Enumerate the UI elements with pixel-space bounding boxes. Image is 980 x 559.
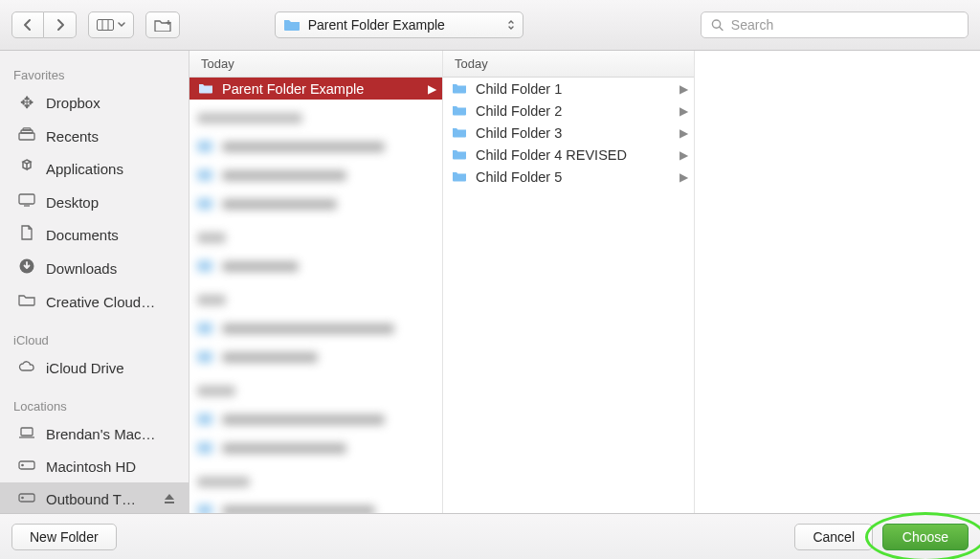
path-popup[interactable]: Parent Folder Example	[275, 11, 523, 38]
folder-icon	[451, 80, 468, 97]
folder-row[interactable]: Child Folder 1▶	[443, 78, 694, 100]
folder-label: Child Folder 4 REVISED	[476, 147, 672, 163]
path-stepper-icon	[507, 19, 515, 31]
column-1-header: Today	[189, 51, 442, 78]
folder-row[interactable]: Child Folder 4 REVISED▶	[443, 144, 694, 166]
sidebar-section-locations: Locations	[0, 390, 189, 417]
toolbar: Parent Folder Example	[0, 0, 980, 51]
chevron-left-icon	[23, 18, 33, 32]
sidebar-item-icloud-drive[interactable]: iCloud Drive	[0, 351, 189, 384]
chevron-down-icon	[118, 22, 125, 28]
svg-point-18	[22, 497, 23, 498]
path-label: Parent Folder Example	[308, 17, 445, 33]
sidebar-item-downloads[interactable]: Downloads	[0, 252, 189, 285]
sidebar-item-documents[interactable]: Documents	[0, 218, 189, 252]
sidebar-item-label: Desktop	[46, 194, 99, 211]
sidebar-item-recents[interactable]: Recents	[0, 120, 189, 152]
back-button[interactable]	[11, 11, 44, 38]
eject-icon[interactable]	[164, 491, 175, 507]
sidebar-item-label: iCloud Drive	[46, 360, 124, 376]
cancel-button[interactable]: Cancel	[794, 524, 873, 550]
svg-line-6	[720, 27, 723, 30]
svg-point-16	[22, 464, 23, 465]
search-field[interactable]	[701, 11, 969, 38]
sidebar-item-brendans-mac[interactable]: Brendan's Mac…	[0, 417, 189, 450]
folder-label: Child Folder 2	[476, 103, 672, 119]
folder-row[interactable]: Child Folder 3▶	[443, 122, 694, 144]
sidebar-item-creative-cloud[interactable]: Creative Cloud…	[0, 285, 189, 318]
svg-rect-19	[165, 502, 174, 503]
laptop-icon	[17, 424, 36, 443]
sidebar-item-macintosh-hd[interactable]: Macintosh HD	[0, 450, 189, 482]
sidebar-item-label: Downloads	[46, 260, 117, 277]
folder-label: Child Folder 5	[476, 169, 672, 185]
sidebar-item-label: Creative Cloud…	[46, 294, 155, 310]
preview-pane	[695, 51, 980, 513]
folder-row[interactable]: Child Folder 5▶	[443, 166, 694, 188]
chevron-right-icon: ▶	[679, 82, 688, 96]
svg-rect-0	[98, 20, 114, 31]
columns-icon	[97, 19, 114, 31]
nav-back-forward	[11, 11, 77, 38]
folder-row[interactable]: Child Folder 2▶	[443, 100, 694, 122]
footer: New Folder Cancel Choose	[0, 513, 980, 559]
search-input[interactable]	[731, 17, 958, 33]
sidebar-item-dropbox[interactable]: ✥ Dropbox	[0, 86, 189, 120]
choose-button[interactable]: Choose	[882, 524, 969, 550]
search-icon	[711, 18, 724, 32]
folder-label: Child Folder 1	[476, 81, 672, 97]
column-2-header: Today	[443, 51, 694, 78]
sidebar-section-icloud: iCloud	[0, 324, 189, 351]
hdd-icon	[17, 457, 36, 476]
cloud-icon	[17, 358, 36, 377]
folder-icon	[451, 146, 468, 163]
chevron-right-icon: ▶	[679, 170, 688, 184]
folder-label: Child Folder 3	[476, 125, 672, 141]
desktop-icon	[17, 192, 36, 212]
column-2: Today Child Folder 1▶Child Folder 2▶Chil…	[443, 51, 695, 513]
sidebar-item-label: Dropbox	[46, 95, 100, 111]
choose-highlight: Choose	[882, 524, 969, 550]
folder-icon	[197, 80, 214, 97]
applications-icon	[17, 159, 36, 179]
folder-plus-icon	[154, 18, 171, 32]
chevron-right-icon: ▶	[428, 82, 436, 96]
sidebar-item-applications[interactable]: Applications	[0, 152, 189, 186]
sidebar-item-outbound[interactable]: Outbound T…	[0, 482, 189, 513]
recents-icon	[17, 126, 36, 145]
svg-rect-9	[23, 128, 31, 130]
dropbox-icon: ✥	[17, 93, 36, 113]
column-1: Today Parent Folder Example ▶	[189, 51, 443, 513]
svg-rect-10	[19, 194, 34, 204]
sidebar-item-label: Recents	[46, 128, 99, 145]
redacted-content	[189, 100, 442, 513]
documents-icon	[17, 225, 36, 245]
new-folder-toolbar-button[interactable]	[145, 11, 180, 38]
sidebar-item-label: Brendan's Mac…	[46, 426, 156, 442]
folder-icon	[283, 15, 301, 35]
folder-label: Parent Folder Example	[222, 81, 420, 97]
new-folder-button[interactable]: New Folder	[11, 524, 117, 550]
sidebar-item-desktop[interactable]: Desktop	[0, 186, 189, 218]
sidebar-item-label: Macintosh HD	[46, 458, 136, 475]
svg-rect-7	[19, 133, 34, 140]
folder-icon	[451, 124, 468, 141]
folder-icon	[451, 168, 468, 185]
folder-row-selected[interactable]: Parent Folder Example ▶	[189, 78, 442, 100]
column-1-list[interactable]: Parent Folder Example ▶	[189, 78, 442, 513]
sidebar-item-label: Outbound T…	[46, 491, 136, 507]
folder-icon	[451, 102, 468, 119]
external-drive-icon	[17, 489, 36, 508]
chevron-right-icon: ▶	[679, 148, 688, 162]
svg-rect-13	[21, 428, 33, 436]
sidebar-item-label: Documents	[46, 227, 119, 243]
sidebar-item-label: Applications	[46, 161, 123, 177]
view-mode-button[interactable]	[88, 11, 134, 38]
sidebar: Favorites ✥ Dropbox Recents Applications…	[0, 51, 189, 513]
forward-button[interactable]	[44, 11, 77, 38]
chevron-right-icon: ▶	[679, 126, 688, 140]
downloads-icon	[17, 258, 36, 279]
chevron-right-icon: ▶	[679, 104, 688, 118]
main-area: Favorites ✥ Dropbox Recents Applications…	[0, 51, 980, 513]
column-2-list[interactable]: Child Folder 1▶Child Folder 2▶Child Fold…	[443, 78, 694, 513]
